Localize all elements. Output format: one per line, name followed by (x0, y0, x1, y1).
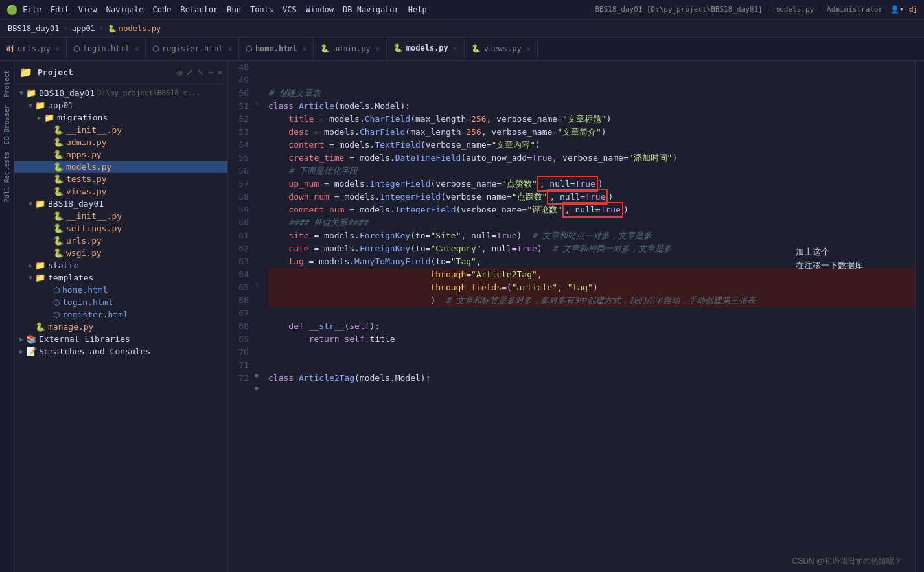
code-close-57: ) (598, 177, 603, 190)
code-true-58: True (585, 192, 605, 201)
user-icon[interactable]: 👤▾ (890, 5, 904, 14)
tree-item-apps-py[interactable]: 🐍 apps.py (14, 148, 227, 161)
menu-help[interactable]: Help (408, 5, 427, 14)
tab-admin-py[interactable]: 🐍 admin.py × (314, 38, 387, 60)
tree-item-templates[interactable]: ▼ 📁 templates (14, 271, 227, 284)
code-eq-63: = models. (304, 255, 354, 268)
tab-views-py[interactable]: 🐍 views.py × (465, 38, 538, 60)
code-comma-52: , verbose_name= (487, 113, 562, 126)
menu-refactor[interactable]: Refactor (180, 5, 218, 14)
menu-run[interactable]: Run (227, 5, 241, 14)
code-line-54: content = models.TextField(verbose_name=… (268, 139, 915, 152)
code-str-title: "文章标题" (562, 113, 606, 126)
tab-close-models[interactable]: × (454, 45, 457, 52)
sidebar-label-db-browser[interactable]: DB Browser (2, 101, 12, 148)
tree-item-root[interactable]: ▼ 📁 BBS18_day01 D:\py_project\BBS18_c... (14, 87, 227, 99)
ln-69: 69 (228, 333, 249, 346)
tree-item-init2-py[interactable]: 🐍 __init__.py (14, 210, 227, 222)
tree-item-register-html[interactable]: ⬡ register.html (14, 308, 227, 321)
tree-item-init-py[interactable]: 🐍 __init__.py (14, 124, 227, 136)
code-charfield-fn: CharField (365, 113, 410, 126)
tab-close-login[interactable]: × (135, 45, 139, 52)
menu-vcs[interactable]: VCS (283, 5, 297, 14)
tree-item-app01[interactable]: ▼ 📁 app01 (14, 99, 227, 111)
tab-home-html[interactable]: ⬡ home.html × (239, 38, 314, 60)
tree-item-ext-libs[interactable]: ▶ 📚 External Libraries (14, 333, 227, 345)
tab-bar: dj urls.py × ⬡ login.html × ⬡ register.h… (0, 38, 924, 61)
tree-item-home-html[interactable]: ⬡ home.html (14, 284, 227, 296)
py-icon: 🐍 (53, 248, 64, 258)
menu-view[interactable]: View (78, 5, 97, 14)
menu-window[interactable]: Window (306, 5, 334, 14)
tree-item-migrations[interactable]: ▶ 📁 migrations (14, 111, 227, 124)
tree-action-collapse[interactable]: ⤡ (197, 67, 204, 77)
tree-action-locate[interactable]: ◎ (178, 67, 183, 77)
tree-item-tests-py[interactable]: 🐍 tests.py (14, 173, 227, 185)
tab-login-html[interactable]: ⬡ login.html × (67, 38, 146, 60)
code-close-61: ) (517, 229, 532, 242)
tree-action-options[interactable]: ⋯ (208, 67, 213, 77)
code-line-55: create_time = models.DateTimeField(auto_… (268, 152, 915, 165)
fold-marker-51[interactable]: ▽ (255, 100, 259, 107)
code-line-57: up_num = models.IntegerField(verbose_nam… (268, 177, 915, 190)
arrow-placeholder (44, 139, 53, 146)
tree-item-models-py[interactable]: 🐍 models.py (14, 161, 227, 173)
arrow-placeholder (44, 176, 53, 183)
tab-urls-py[interactable]: dj urls.py × (0, 38, 67, 60)
tree-item-bbs18-sub[interactable]: ▼ 📁 BBS18_day01 (14, 198, 227, 210)
menu-edit[interactable]: Edit (51, 5, 69, 14)
tree-item-static[interactable]: ▶ 📁 static (14, 259, 227, 271)
code-colon-72: ): (421, 372, 431, 385)
tree-item-scratches[interactable]: ▶ 📝 Scratches and Consoles (14, 345, 227, 358)
tab-close-views[interactable]: × (527, 45, 531, 52)
tree-item-wsgi-py[interactable]: 🐍 wsgi.py (14, 247, 227, 259)
ln-66: 66 (228, 294, 249, 307)
menu-db-navigator[interactable]: DB Navigator (343, 5, 399, 14)
tree-item-login-html[interactable]: ⬡ login.html (14, 296, 227, 308)
tree-item-urls-py[interactable]: 🐍 urls.py (14, 235, 227, 247)
tab-register-html[interactable]: ⬡ register.html × (146, 38, 239, 60)
tree-scratches-name: Scratches and Consoles (39, 347, 150, 356)
breadcrumb-project[interactable]: BBS18_day01 (8, 24, 59, 33)
code-lines[interactable]: # 创建文章表 class Article(models.Model): tit… (263, 61, 915, 572)
code-true-61: True (496, 229, 516, 242)
arrow-placeholder (44, 212, 53, 220)
tab-close-admin[interactable]: × (376, 45, 380, 52)
tab-close-home[interactable]: × (303, 45, 306, 52)
code-models-model: models.Model (340, 100, 400, 113)
tree-item-admin-py[interactable]: 🐍 admin.py (14, 136, 227, 148)
tree-item-settings-py[interactable]: 🐍 settings.py (14, 222, 227, 235)
code-line-58: down_num = models.IntegerField(verbose_n… (268, 190, 915, 203)
tree-root-name: BBS18_day01 (39, 88, 95, 98)
tree-login-html-name: login.html (62, 297, 113, 307)
tree-apps-name: apps.py (66, 150, 102, 159)
sidebar-label-pull-requests[interactable]: Pull Requests (2, 148, 12, 206)
sidebar-label-project[interactable]: Project (2, 66, 12, 101)
breadcrumb-app[interactable]: app01 (72, 24, 95, 33)
code-punct-colon: ): (400, 100, 411, 113)
breadcrumb-sep-2: › (99, 24, 104, 33)
code-args-57b: , null= (540, 179, 575, 189)
code-indent-66 (268, 294, 430, 307)
breadcrumb-file[interactable]: 🐍models.py (108, 24, 161, 33)
code-editor: 48 49 50 51 52 53 54 55 56 57 58 59 60 6… (228, 61, 915, 572)
tab-close-urls[interactable]: × (56, 45, 60, 52)
menu-tools[interactable]: Tools (250, 5, 273, 14)
tree-item-manage-py[interactable]: 🐍 manage.py (14, 321, 227, 333)
tree-action-expand[interactable]: ⤢ (186, 67, 193, 77)
fold-marker-68[interactable]: ▽ (255, 281, 259, 288)
tab-models-py[interactable]: 🐍 models.py × (387, 38, 465, 60)
tab-close-register[interactable]: × (228, 45, 232, 52)
menu-code[interactable]: Code (153, 5, 172, 14)
menu-file[interactable]: File (23, 5, 41, 14)
tree-item-views-py[interactable]: 🐍 views.py (14, 185, 227, 198)
code-true-55: True (532, 152, 552, 165)
tree-wsgi-name: wsgi.py (66, 248, 102, 258)
code-str-downnum: "点踩数" (512, 190, 548, 203)
code-datetimefield-fn: DateTimeField (395, 152, 461, 165)
menu-navigate[interactable]: Navigate (106, 5, 144, 14)
code-args-58b: , null= (549, 192, 585, 201)
code-indent-54 (268, 139, 288, 152)
ln-64: 64 (228, 268, 249, 281)
tree-action-close[interactable]: ✕ (217, 67, 222, 77)
